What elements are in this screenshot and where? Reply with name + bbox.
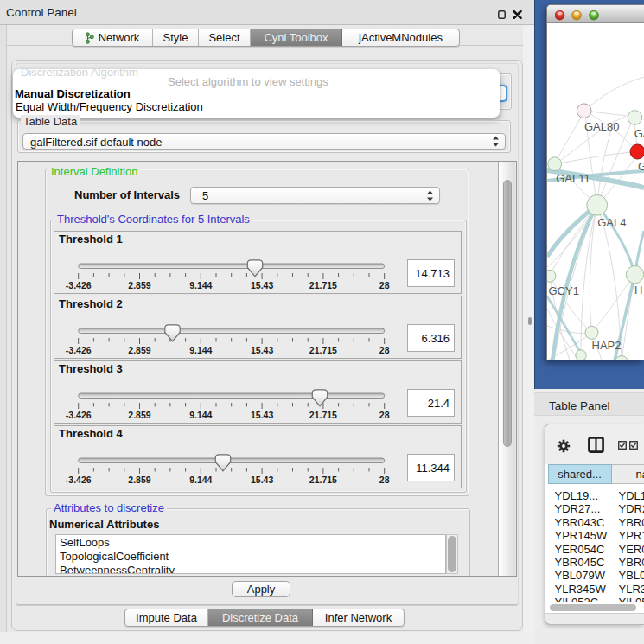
svg-text:28: 28	[379, 345, 390, 355]
svg-text:H: H	[634, 284, 642, 296]
svg-text:28: 28	[379, 280, 390, 290]
svg-text:GCY1: GCY1	[549, 284, 579, 297]
svg-text:9.144: 9.144	[189, 280, 212, 290]
svg-text:21.715: 21.715	[309, 280, 337, 290]
svg-text:21.715: 21.715	[309, 475, 337, 485]
svg-text:2.859: 2.859	[128, 280, 150, 290]
svg-text:2.859: 2.859	[128, 475, 150, 485]
svg-text:-3.426: -3.426	[66, 410, 92, 420]
svg-text:15.43: 15.43	[251, 475, 273, 485]
svg-text:9.144: 9.144	[189, 345, 212, 355]
svg-text:15.43: 15.43	[251, 280, 273, 290]
svg-text:-3.426: -3.426	[66, 475, 92, 485]
svg-text:GA: GA	[634, 127, 644, 140]
svg-text:9.144: 9.144	[189, 410, 212, 420]
svg-text:GAL80: GAL80	[584, 120, 619, 133]
svg-text:21.715: 21.715	[309, 345, 337, 355]
svg-text:GAL4: GAL4	[597, 216, 626, 229]
svg-text:2.859: 2.859	[128, 410, 150, 420]
svg-text:28: 28	[379, 410, 390, 420]
svg-text:15.43: 15.43	[251, 345, 273, 355]
svg-text:GAL11: GAL11	[556, 172, 590, 185]
svg-text:HAP2: HAP2	[592, 339, 622, 352]
svg-text:-3.426: -3.426	[66, 280, 92, 290]
svg-text:21.715: 21.715	[309, 410, 337, 420]
svg-text:9.144: 9.144	[189, 475, 212, 485]
svg-text:15.43: 15.43	[251, 410, 273, 420]
svg-text:-3.426: -3.426	[66, 345, 92, 355]
svg-text:G: G	[638, 160, 644, 173]
svg-text:28: 28	[379, 475, 390, 485]
svg-text:2.859: 2.859	[128, 345, 150, 355]
